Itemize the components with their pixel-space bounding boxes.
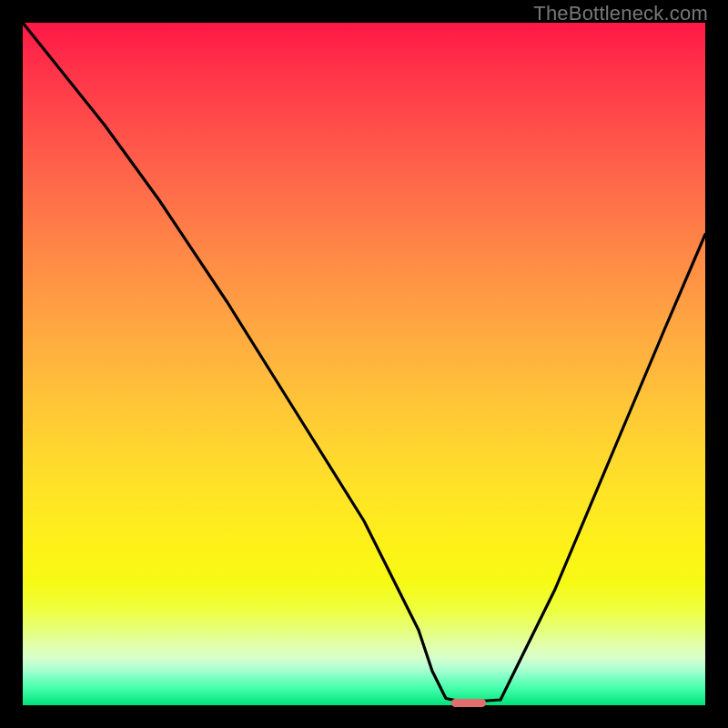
chart-frame: TheBottleneck.com bbox=[0, 0, 728, 728]
watermark-text: TheBottleneck.com bbox=[533, 2, 708, 25]
optimal-range-marker bbox=[451, 699, 486, 706]
bottleneck-curve bbox=[23, 23, 705, 705]
